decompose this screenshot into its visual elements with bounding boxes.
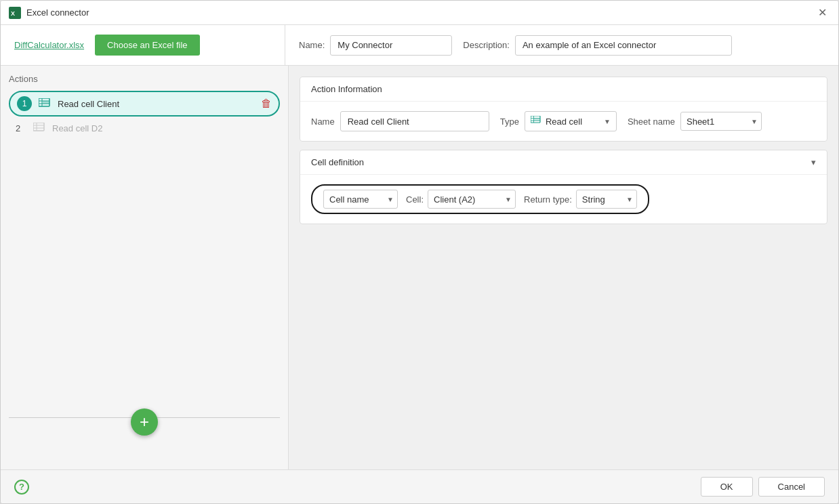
cell-def-collapse-icon[interactable]: ▾ xyxy=(811,157,816,167)
description-input[interactable] xyxy=(515,35,732,56)
cell-def-header: Cell definition ▾ xyxy=(300,150,827,175)
action-item-2[interactable]: 2 Read cell D2 🗑 xyxy=(9,118,280,138)
actions-list: 1 Read cell Client 🗑 xyxy=(9,91,280,138)
action-num-1: 1 xyxy=(17,96,32,111)
name-label: Name: xyxy=(299,40,325,50)
cell-definition-card: Cell definition ▾ Cell name Cell address xyxy=(300,150,827,224)
cell-value-group: Cell: Client (A2) ▼ xyxy=(406,190,516,209)
action-item-1[interactable]: 1 Read cell Client 🗑 xyxy=(9,91,280,117)
main-content: Actions 1 Read cell Client xyxy=(1,66,838,469)
cell-def-body: Cell name Cell address ▼ Cell: xyxy=(300,175,827,224)
action-name-2: Read cell D2 xyxy=(52,123,255,133)
action-info-body: Name Type xyxy=(300,102,827,141)
action-info-row: Name Type xyxy=(311,111,816,131)
action-name-label: Name xyxy=(311,117,335,127)
connector-name-input[interactable] xyxy=(330,35,452,56)
cell-name-select[interactable]: Cell name Cell address xyxy=(323,190,398,209)
action-num-2: 2 xyxy=(16,123,26,133)
help-button[interactable]: ? xyxy=(14,480,29,495)
bottom-bar: ? OK Cancel xyxy=(1,469,838,503)
name-field-group: Name: xyxy=(299,35,452,56)
description-field-group: Description: xyxy=(463,35,732,56)
left-panel: Actions 1 Read cell Client xyxy=(1,66,289,469)
svg-rect-15 xyxy=(534,118,540,121)
svg-text:X: X xyxy=(11,10,15,17)
right-panel: Action Information Name Type xyxy=(289,66,838,469)
delete-action-1-icon[interactable]: 🗑 xyxy=(261,98,272,110)
close-window-button[interactable]: ✕ xyxy=(814,5,830,21)
action-type-label: Type xyxy=(500,117,519,127)
return-type-group: Return type: String Number Boolean ▼ xyxy=(524,190,637,209)
file-link[interactable]: DiffCalculator.xlsx xyxy=(14,40,84,50)
sheet-select-wrapper: Sheet1 ▼ xyxy=(680,112,762,131)
return-type-label: Return type: xyxy=(524,194,572,205)
title-bar-left: X Excel connector xyxy=(9,7,89,19)
cancel-button[interactable]: Cancel xyxy=(758,477,825,497)
action-info-title: Action Information xyxy=(311,84,382,94)
description-label: Description: xyxy=(463,40,510,50)
action-name-1: Read cell Client xyxy=(58,99,254,109)
type-select[interactable]: Read cell Write cell xyxy=(546,117,613,127)
cell-label: Cell: xyxy=(406,194,424,205)
action-info-card: Action Information Name Type xyxy=(300,77,827,142)
cell-def-row: Cell name Cell address ▼ Cell: xyxy=(311,184,649,214)
return-type-select-wrapper: String Number Boolean ▼ xyxy=(576,190,637,209)
action-type-group: Type xyxy=(500,111,617,131)
return-type-select[interactable]: String Number Boolean xyxy=(576,190,637,209)
svg-rect-7 xyxy=(33,123,44,131)
title-bar: X Excel connector ✕ xyxy=(1,1,838,25)
window-title: Excel connector xyxy=(26,7,89,18)
cell-def-title: Cell definition xyxy=(311,157,364,167)
choose-excel-file-button[interactable]: Choose an Excel file xyxy=(95,35,200,56)
cell-name-select-wrapper: Cell name Cell address ▼ xyxy=(323,190,398,209)
action-name-group: Name xyxy=(311,111,489,131)
cell-name-group: Cell name Cell address ▼ xyxy=(323,190,398,209)
read-cell-icon-1 xyxy=(39,98,51,109)
excel-app-icon: X xyxy=(9,7,21,19)
sheet-name-label: Sheet name xyxy=(628,117,675,127)
add-action-button[interactable]: + xyxy=(131,408,158,436)
right-toolbar: Name: Description: xyxy=(299,35,825,56)
svg-rect-6 xyxy=(43,101,49,104)
read-cell-icon-2 xyxy=(33,123,45,133)
sheet-select[interactable]: Sheet1 xyxy=(680,112,762,131)
excel-connector-window: X Excel connector ✕ DiffCalculator.xlsx … xyxy=(0,0,839,504)
action-name-input[interactable] xyxy=(340,111,489,131)
top-toolbar: DiffCalculator.xlsx Choose an Excel file… xyxy=(1,25,838,66)
bottom-buttons: OK Cancel xyxy=(701,477,825,497)
ok-button[interactable]: OK xyxy=(701,477,753,497)
action-info-header: Action Information xyxy=(300,77,827,102)
type-select-icon xyxy=(531,116,541,127)
left-toolbar: DiffCalculator.xlsx Choose an Excel file xyxy=(14,25,285,65)
sheet-name-group: Sheet name Sheet1 ▼ xyxy=(628,112,762,131)
actions-label: Actions xyxy=(9,74,280,84)
cell-value-select[interactable]: Client (A2) xyxy=(428,190,516,209)
cell-value-select-wrapper: Client (A2) ▼ xyxy=(428,190,516,209)
add-btn-container: + xyxy=(131,408,158,436)
type-select-container: Read cell Write cell ▼ xyxy=(525,111,617,131)
